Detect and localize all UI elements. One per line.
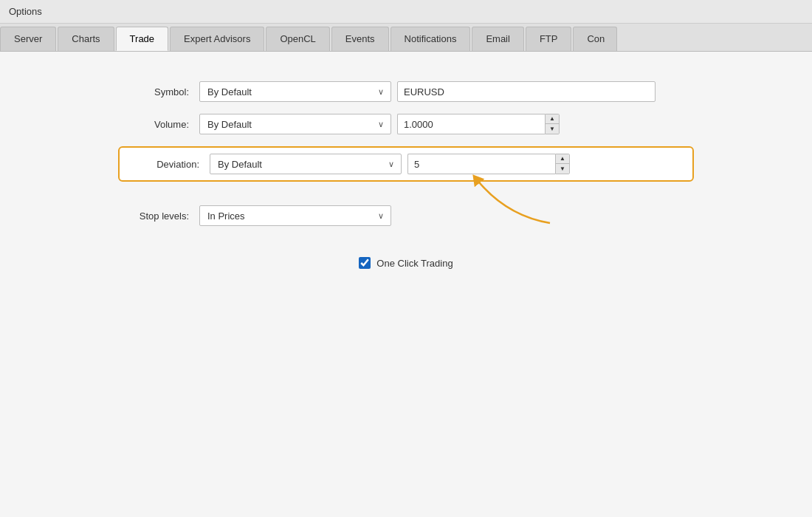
options-window: Options Server Charts Trade Expert Advis… (0, 0, 812, 517)
stop-levels-dropdown[interactable]: In Prices (199, 205, 391, 226)
tab-charts[interactable]: Charts (58, 27, 114, 51)
symbol-text-input[interactable] (397, 81, 656, 102)
symbol-row: Symbol: By Default ∨ (118, 81, 694, 102)
stop-levels-label: Stop levels: (118, 210, 199, 222)
one-click-trading-row: One Click Trading (118, 257, 694, 269)
stop-levels-row: Stop levels: In Prices ∨ (118, 194, 694, 238)
window-title: Options (9, 6, 42, 17)
tab-bar: Server Charts Trade Expert Advisors Open… (0, 24, 812, 52)
tab-email[interactable]: Email (472, 27, 524, 51)
deviation-label: Deviation: (128, 159, 210, 170)
form-grid: Symbol: By Default ∨ Volume: (118, 81, 694, 269)
volume-controls: By Default ∨ ▲ ▼ (199, 114, 694, 134)
volume-dropdown-wrapper: By Default ∨ (199, 114, 391, 134)
symbol-dropdown[interactable]: By Default (199, 81, 391, 102)
stop-levels-dropdown-wrapper: In Prices ∨ (199, 205, 391, 226)
deviation-dropdown[interactable]: By Default (210, 154, 402, 174)
volume-spinner-group: ▲ ▼ (397, 114, 560, 134)
tab-ftp[interactable]: FTP (526, 27, 572, 51)
volume-label: Volume: (118, 119, 199, 130)
tab-server[interactable]: Server (0, 27, 56, 51)
tab-con[interactable]: Con (573, 27, 617, 51)
title-bar: Options (0, 0, 812, 24)
tab-opencl[interactable]: OpenCL (266, 27, 329, 51)
arrow-annotation-container (447, 194, 694, 238)
deviation-controls: By Default ∨ ▲ ▼ (210, 154, 684, 174)
symbol-label: Symbol: (118, 86, 199, 97)
symbol-dropdown-wrapper: By Default ∨ (199, 81, 391, 102)
tab-events[interactable]: Events (331, 27, 389, 51)
volume-dropdown[interactable]: By Default (199, 114, 391, 134)
deviation-dropdown-wrapper: By Default ∨ (210, 154, 402, 174)
one-click-trading-checkbox[interactable] (359, 257, 371, 269)
volume-spinner-buttons: ▲ ▼ (545, 114, 560, 134)
tab-trade[interactable]: Trade (116, 27, 168, 51)
deviation-spinner-up[interactable]: ▲ (556, 154, 569, 164)
one-click-trading-label: One Click Trading (376, 258, 453, 269)
deviation-highlight-box: Deviation: By Default ∨ ▲ ▼ (118, 146, 694, 182)
tab-expert-advisors[interactable]: Expert Advisors (170, 27, 264, 51)
volume-row: Volume: By Default ∨ ▲ ▼ (118, 114, 694, 134)
content-area: Symbol: By Default ∨ Volume: (0, 52, 812, 517)
volume-spinner-input[interactable] (397, 114, 545, 134)
volume-spinner-down[interactable]: ▼ (546, 124, 559, 134)
tab-notifications[interactable]: Notifications (390, 27, 471, 51)
symbol-controls: By Default ∨ (199, 81, 694, 102)
annotation-arrow (461, 171, 579, 230)
stop-levels-controls: In Prices ∨ (199, 205, 447, 226)
volume-spinner-up[interactable]: ▲ (546, 114, 559, 124)
